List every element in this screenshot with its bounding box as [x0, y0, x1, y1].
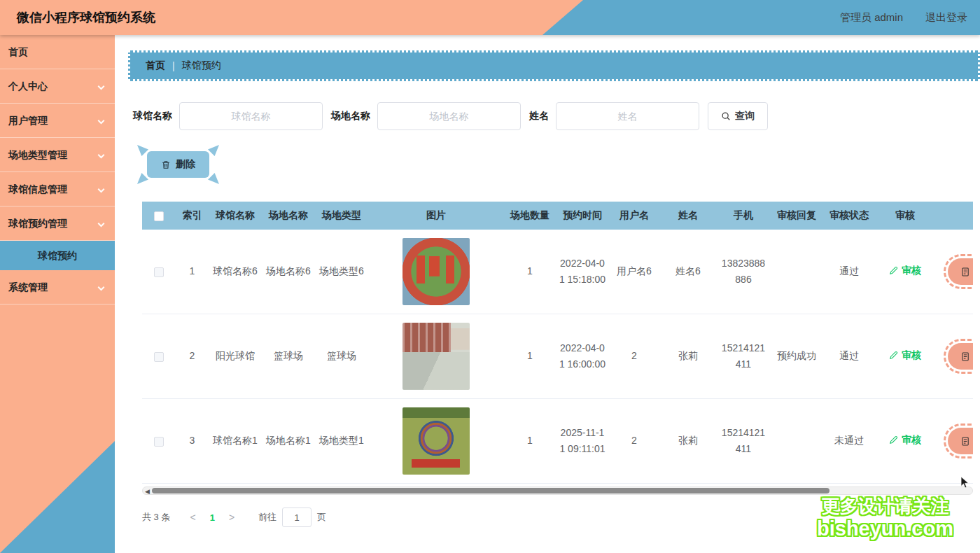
col-detail	[935, 202, 973, 230]
person-name-input[interactable]	[556, 102, 699, 130]
cell-index: 3	[176, 399, 209, 484]
chevron-down-icon	[98, 186, 105, 193]
table-row: 1 球馆名称6 场地名称6 场地类型6 1 2022-04-01 15:18:0…	[142, 230, 973, 314]
cell-venue-name: 阳光球馆	[209, 314, 262, 399]
cell-audit-status: 通过	[823, 230, 875, 314]
corner-decoration	[208, 173, 219, 184]
select-all-checkbox[interactable]	[154, 211, 164, 221]
breadcrumb-current: 球馆预约	[182, 59, 221, 72]
query-button[interactable]: 查询	[708, 102, 768, 130]
cell-username: 2	[609, 314, 659, 399]
venue-name-input[interactable]	[179, 102, 323, 130]
cell-audit-reply	[770, 399, 823, 484]
pagination-goto-label: 前往	[258, 511, 276, 524]
sidebar-item-venue-info-management[interactable]: 球馆信息管理	[0, 172, 115, 206]
audit-link[interactable]: 审核	[889, 262, 921, 279]
cell-username: 2	[609, 399, 659, 484]
search-icon	[721, 111, 731, 121]
cell-field-type: 场地类型1	[315, 399, 368, 484]
cell-reserve-time: 2022-04-01 15:18:00	[556, 230, 609, 314]
watermark-line1: 更多设计请关注	[817, 496, 953, 517]
chevron-down-icon	[98, 152, 105, 159]
admin-user-label: 管理员 admin	[840, 11, 903, 24]
venue-photo	[402, 407, 470, 475]
sidebar-subitem-label: 球馆预约	[38, 250, 77, 261]
breadcrumb-home[interactable]: 首页	[146, 59, 165, 72]
pagination-prev-button[interactable]: <	[183, 512, 202, 523]
detail-button[interactable]: 详情	[948, 428, 973, 454]
cell-name: 姓名6	[659, 230, 717, 314]
main-content: 首页 | 球馆预约 球馆名称 场地名称 姓名 查询	[115, 35, 980, 553]
app-header: 微信小程序球馆预约系统 管理员 admin 退出登录	[0, 0, 980, 35]
toolbar: 删除	[147, 151, 980, 178]
scrollbar-thumb[interactable]	[152, 488, 830, 493]
page-layout: 首页 个人中心 用户管理 场地类型管理 球馆信息管理 球馆预约管理 球馆预约 系…	[0, 35, 980, 553]
document-icon	[960, 436, 970, 447]
venue-name-label: 球馆名称	[133, 110, 172, 122]
row-checkbox[interactable]	[154, 437, 164, 447]
cell-name: 张莉	[659, 399, 717, 484]
cell-name: 张莉	[659, 314, 717, 399]
cell-field-count: 1	[504, 399, 556, 484]
col-venue-name: 球馆名称	[209, 202, 262, 230]
sidebar-item-label: 系统管理	[8, 281, 48, 293]
chevron-down-icon	[98, 284, 105, 291]
cell-audit-status: 未通过	[823, 399, 875, 484]
delete-button[interactable]: 删除	[147, 151, 209, 178]
person-name-label: 姓名	[529, 110, 549, 122]
col-field-type: 场地类型	[315, 202, 368, 230]
pagination-total: 共 3 条	[142, 511, 170, 524]
detail-button[interactable]: 详情	[948, 343, 973, 370]
venue-photo	[402, 238, 470, 305]
delete-button-wrap: 删除	[147, 151, 209, 178]
cell-phone: 13823888886	[717, 230, 770, 314]
cell-field-name: 篮球场	[262, 314, 315, 399]
scrollbar-left-arrow-icon[interactable]: ◀	[145, 488, 150, 495]
sidebar-item-personal-center[interactable]: 个人中心	[0, 69, 115, 104]
watermark-line2: bisheyun.com	[817, 517, 953, 540]
cell-field-name: 场地名称1	[262, 399, 315, 484]
pagination-page-1[interactable]: 1	[203, 512, 222, 523]
sidebar-item-user-management[interactable]: 用户管理	[0, 104, 115, 138]
audit-link[interactable]: 审核	[889, 432, 921, 448]
mouse-cursor	[960, 476, 970, 489]
sidebar: 首页 个人中心 用户管理 场地类型管理 球馆信息管理 球馆预约管理 球馆预约 系…	[0, 35, 115, 553]
audit-link-label: 审核	[902, 262, 921, 279]
cell-venue-name: 球馆名称1	[209, 399, 262, 484]
chevron-down-icon	[98, 118, 105, 125]
sidebar-item-label: 球馆信息管理	[8, 183, 67, 195]
audit-link[interactable]: 审核	[889, 347, 921, 363]
col-name: 姓名	[659, 202, 717, 230]
col-audit-status: 审核状态	[823, 202, 875, 230]
detail-button[interactable]: 详情	[948, 258, 973, 285]
sidebar-item-field-type-management[interactable]: 场地类型管理	[0, 138, 115, 172]
table-row: 2 阳光球馆 篮球场 篮球场 1 2022-04-01 16:00:00 2 张…	[142, 314, 973, 399]
chevron-down-icon	[98, 220, 105, 227]
sidebar-item-label: 场地类型管理	[8, 149, 67, 160]
horizontal-scrollbar[interactable]: ◀	[142, 486, 973, 495]
pagination-next-button[interactable]: >	[222, 512, 241, 523]
logout-link[interactable]: 退出登录	[925, 11, 967, 24]
chevron-down-icon	[98, 83, 105, 90]
row-checkbox[interactable]	[154, 267, 164, 277]
col-phone: 手机	[717, 202, 770, 230]
pagination-goto-input[interactable]	[282, 507, 312, 527]
field-name-input[interactable]	[377, 102, 521, 130]
col-reserve-time: 预约时间	[556, 202, 609, 230]
breadcrumb: 首页 | 球馆预约	[128, 50, 980, 81]
sidebar-subitem-venue-reservation-active[interactable]: 球馆预约	[0, 241, 115, 270]
cell-reserve-time: 2022-04-01 16:00:00	[556, 314, 609, 399]
cell-audit-reply	[770, 230, 823, 314]
sidebar-item-venue-reservation-management[interactable]: 球馆预约管理	[0, 206, 115, 241]
field-name-label: 场地名称	[331, 110, 370, 122]
cell-reserve-time: 2025-11-11 09:11:01	[556, 399, 609, 484]
document-icon	[960, 267, 970, 277]
col-picture: 图片	[368, 202, 504, 230]
row-checkbox[interactable]	[154, 352, 164, 362]
sidebar-item-home[interactable]: 首页	[0, 35, 115, 69]
cell-venue-name: 球馆名称6	[209, 230, 262, 314]
table-row: 3 球馆名称1 场地名称1 场地类型1 1 2025-11-11 09:11:0…	[142, 399, 973, 484]
trash-icon	[161, 160, 171, 170]
sidebar-item-system-management[interactable]: 系统管理	[0, 270, 115, 304]
app-title: 微信小程序球馆预约系统	[17, 0, 155, 35]
